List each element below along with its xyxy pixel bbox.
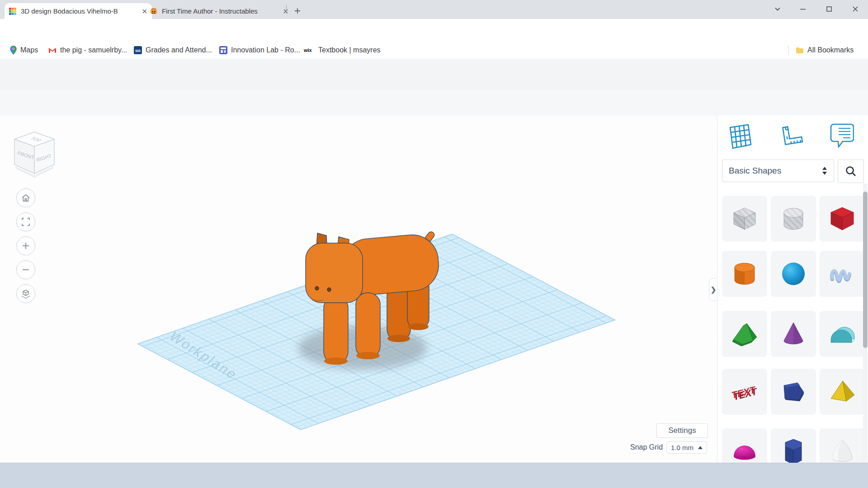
view-cube[interactable]: TOP FRONT RIGHT (11, 129, 58, 180)
shape-scribble[interactable] (820, 251, 865, 297)
svg-text:wix: wix (304, 47, 312, 53)
shape-pyramid[interactable] (820, 369, 865, 415)
panel-scrollbar-thumb[interactable] (863, 192, 868, 348)
tinkercad-favicon (9, 8, 16, 15)
tab-divider (286, 5, 287, 14)
new-tab-button[interactable] (290, 4, 305, 18)
shape-half-sphere[interactable] (722, 428, 767, 463)
panel-collapse-chevron[interactable]: ❯ (709, 278, 717, 301)
tab-title: First Time Author - Instructables (162, 7, 278, 15)
bookmarks-bar: Maps the pig - samuelrby... SIS Grades a… (0, 42, 868, 59)
bookmark-grades[interactable]: SIS Grades and Attend... (134, 42, 212, 59)
editor-toolbar: Import Export Send To (0, 89, 868, 116)
shape-roof[interactable] (722, 311, 767, 357)
tab-title: 3D design Bodacious Vihelmo-B (21, 7, 137, 15)
workplane-tool-icon[interactable] (726, 122, 754, 152)
dog-eye (315, 286, 319, 290)
sis-icon: SIS (134, 46, 142, 54)
fit-view-button[interactable] (16, 212, 35, 231)
window-close-button[interactable] (843, 0, 868, 18)
shape-category-label: Basic Shapes (729, 166, 781, 176)
snap-grid-label: Snap Grid (630, 443, 663, 451)
zoom-in-button[interactable] (16, 236, 35, 255)
all-bookmarks-label: All Bookmarks (807, 46, 854, 54)
gmail-icon (48, 47, 57, 53)
tinkercad-header: T I N K E R C A D Dog (0, 59, 868, 89)
scene: Workplane (0, 116, 717, 463)
dropdown-arrows-icon (822, 167, 827, 175)
dog-leg[interactable] (356, 293, 380, 358)
shape-cone[interactable] (771, 311, 816, 357)
bookmark-label: the pig - samuelrby... (60, 46, 127, 54)
taskbar: EUR/CAD +0.61% Search DELL (0, 463, 868, 488)
settings-label: Settings (668, 426, 696, 435)
bookmark-textbook[interactable]: wix Textbook | msayres (304, 42, 381, 59)
shape-box-transparent[interactable] (722, 196, 767, 242)
bookmark-gmail[interactable]: the pig - samuelrby... (48, 42, 127, 59)
shape-paraboloid[interactable] (820, 428, 865, 463)
tab-search-button[interactable] (765, 0, 790, 18)
screen: 3D design Bodacious Vihelmo-B First Time… (0, 0, 868, 488)
zoom-out-button[interactable] (16, 260, 35, 279)
shape-cylinder-transparent[interactable] (771, 196, 816, 242)
bookmark-label: Textbook | msayres (318, 46, 381, 54)
bookmark-maps[interactable]: Maps (10, 42, 38, 59)
browser-tab-inactive[interactable]: First Time Author - Instructables (146, 3, 293, 19)
shape-hexagonal-prism[interactable] (771, 428, 816, 463)
innovation-lab-icon (219, 46, 227, 54)
shape-cylinder[interactable] (722, 251, 767, 297)
3d-viewport[interactable]: Workplane (0, 116, 717, 463)
bookmarks-divider (788, 45, 789, 55)
dog-leg[interactable] (324, 296, 348, 363)
browser-tab-active[interactable]: 3D design Bodacious Vihelmo-B (5, 3, 152, 19)
instructables-favicon (150, 8, 157, 15)
settings-button[interactable]: Settings (656, 423, 708, 438)
panel-scrollbar[interactable] (863, 183, 868, 463)
folder-icon (796, 47, 804, 54)
svg-text:SIS: SIS (135, 49, 141, 53)
bookmark-label: Grades and Attend... (146, 46, 212, 54)
snap-grid-value: 1.0 mm (671, 444, 693, 451)
window-maximize-button[interactable] (816, 0, 842, 18)
dog-model[interactable] (298, 230, 441, 370)
browser-navbar: tinkercad.com/things/kPssPtM7dBI-bodacio… (0, 19, 868, 42)
shape-search-button[interactable] (838, 160, 864, 183)
shape-round-roof[interactable] (820, 311, 865, 357)
bookmark-label: Innovation Lab - Ro... (231, 46, 300, 54)
bookmark-innovation-lab[interactable]: Innovation Lab - Ro... (219, 42, 300, 59)
perspective-toggle-button[interactable] (16, 284, 35, 303)
shape-sphere[interactable] (771, 251, 816, 297)
dog-eye (327, 288, 331, 291)
browser-titlebar: 3D design Bodacious Vihelmo-B First Time… (0, 0, 868, 19)
dog-head[interactable] (306, 243, 363, 303)
notes-tool-icon[interactable] (829, 121, 855, 151)
bookmark-label: Maps (20, 46, 38, 54)
tab-close-icon[interactable] (283, 9, 288, 14)
wix-icon: wix (304, 47, 315, 53)
shape-polygon[interactable] (771, 369, 816, 415)
all-bookmarks[interactable]: All Bookmarks (796, 42, 854, 59)
window-minimize-button[interactable] (790, 0, 816, 18)
maps-pin-icon (10, 46, 17, 55)
shapes-panel: Basic Shapes (717, 116, 868, 463)
shape-box[interactable] (820, 196, 865, 242)
shape-category-dropdown[interactable]: Basic Shapes (722, 160, 834, 182)
ruler-tool-icon[interactable] (776, 123, 804, 152)
dropdown-up-icon (698, 446, 703, 449)
home-view-button[interactable] (16, 188, 35, 207)
snap-grid-dropdown[interactable]: 1.0 mm (666, 441, 707, 454)
search-icon (845, 165, 857, 177)
shape-text[interactable]: TEXT TEXT (722, 369, 767, 415)
